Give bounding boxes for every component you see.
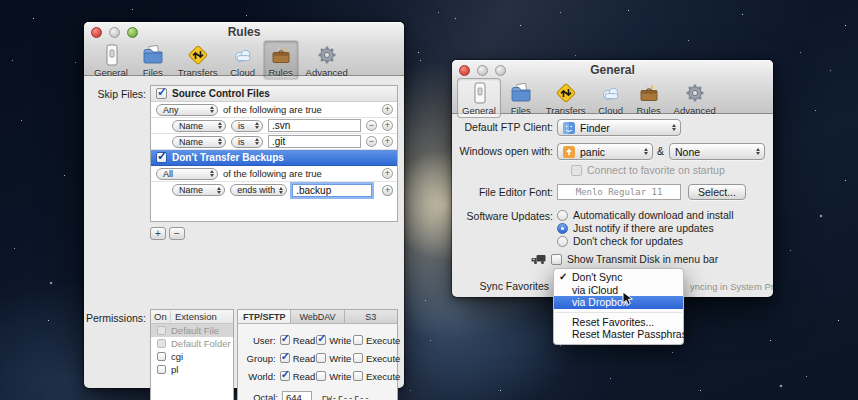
auto-download-radio[interactable] xyxy=(557,210,568,221)
radio-label: Just notify if there are updates xyxy=(573,222,714,234)
rule-checkbox[interactable] xyxy=(156,88,167,99)
panic-favorite-icon xyxy=(563,146,575,158)
popup-stepper-icon xyxy=(644,148,648,155)
dont-check-radio[interactable] xyxy=(557,236,568,247)
table-row[interactable]: Default File xyxy=(151,324,233,337)
on-checkbox[interactable] xyxy=(157,365,166,374)
transmit-disk-checkbox[interactable] xyxy=(551,254,562,265)
table-row[interactable]: cgi xyxy=(151,350,233,363)
toolbar-item-rules[interactable]: Rules xyxy=(263,40,299,80)
on-checkbox[interactable] xyxy=(157,326,166,335)
condition-row: Name is .git − + xyxy=(151,134,397,150)
toolbar-item-transfers[interactable]: Transfers xyxy=(541,78,591,118)
permissions-table-header: On Extension xyxy=(151,310,233,324)
add-condition-button[interactable]: + xyxy=(382,168,393,179)
user-read-checkbox[interactable] xyxy=(280,335,290,345)
condition-value-field-focused[interactable]: .backup xyxy=(292,184,372,197)
tab-s3[interactable]: S3 xyxy=(345,310,397,323)
operator-popup[interactable]: is xyxy=(231,136,263,148)
connect-favorite-checkbox[interactable] xyxy=(571,165,582,176)
user-write-checkbox[interactable] xyxy=(316,335,326,345)
table-row[interactable]: pl xyxy=(151,363,233,376)
column-on[interactable]: On xyxy=(151,311,171,322)
popup-stepper-icon xyxy=(218,138,222,145)
tab-ftp-sftp[interactable]: FTP/SFTP xyxy=(238,310,291,323)
world-execute-checkbox[interactable] xyxy=(353,371,363,381)
toolbar-item-general[interactable]: General xyxy=(89,40,133,80)
cloud-icon xyxy=(230,43,256,67)
add-condition-button[interactable]: + xyxy=(382,120,393,131)
menu-item-via-dropbox[interactable]: via Dropbox xyxy=(554,296,683,309)
permissions-table: On Extension Default File Default Folder… xyxy=(150,309,234,400)
rule-group-source-control[interactable]: Source Control Files xyxy=(151,86,397,102)
toolbar-item-advanced[interactable]: Advanced xyxy=(301,40,353,80)
operator-popup[interactable]: is xyxy=(231,120,263,132)
finder-icon xyxy=(563,122,575,134)
transmit-disk-label: Show Transmit Disk in menu bar xyxy=(567,253,718,265)
add-condition-button[interactable]: + xyxy=(382,136,393,147)
match-popup[interactable]: Any xyxy=(156,104,218,116)
tab-webdav[interactable]: WebDAV xyxy=(291,310,344,323)
toolbar-item-advanced[interactable]: Advanced xyxy=(669,78,721,118)
group-write-checkbox[interactable] xyxy=(316,353,326,363)
group-permissions-row: Group: Read Write Execute xyxy=(238,352,397,364)
operator-popup[interactable]: ends with xyxy=(230,184,287,196)
add-condition-button[interactable]: + xyxy=(382,185,393,196)
popup-stepper-icon xyxy=(279,187,283,194)
table-row[interactable]: Default Folder xyxy=(151,337,233,350)
rule-group-backups-selected[interactable]: Don't Transfer Backups xyxy=(151,150,397,166)
rules-titlebar[interactable]: Rules General Files Transfers Cloud Rule… xyxy=(84,22,404,76)
world-write-checkbox[interactable] xyxy=(316,371,326,381)
just-notify-radio[interactable] xyxy=(557,223,568,234)
menu-item-reset-master-passphrase[interactable]: Reset Master Passphrase... xyxy=(554,328,683,341)
ftp-client-popup[interactable]: Finder xyxy=(557,119,681,136)
toolbar-item-files[interactable]: Files xyxy=(503,78,539,118)
transfers-icon xyxy=(553,81,579,105)
octal-field[interactable]: 644 xyxy=(282,391,312,400)
rules-icon xyxy=(268,43,294,67)
windows-open-popup-2[interactable]: None xyxy=(669,143,765,160)
windows-open-popup-1[interactable]: panic xyxy=(557,143,653,160)
on-checkbox[interactable] xyxy=(157,352,166,361)
group-execute-checkbox[interactable] xyxy=(353,353,363,363)
condition-value-field[interactable]: .git xyxy=(268,135,361,148)
menu-item-reset-favorites[interactable]: Reset Favorites... xyxy=(554,316,683,329)
remove-condition-button[interactable]: − xyxy=(366,136,377,147)
toolbar-item-general[interactable]: General xyxy=(457,78,501,118)
rule-checkbox[interactable] xyxy=(156,152,167,163)
editor-font-field[interactable]: Menlo Regular 11 xyxy=(557,184,681,200)
field-popup[interactable]: Name xyxy=(172,184,225,196)
mouse-cursor xyxy=(622,291,635,307)
toolbar-item-cloud[interactable]: Cloud xyxy=(593,78,629,118)
remove-condition-button[interactable]: − xyxy=(366,120,377,131)
remove-rule-button[interactable]: − xyxy=(169,227,185,240)
skip-files-label: Skip Files: xyxy=(84,88,146,100)
update-option-row: Don't check for updates xyxy=(557,235,683,247)
toolbar-item-files[interactable]: Files xyxy=(135,40,171,80)
toolbar-item-rules[interactable]: Rules xyxy=(631,78,667,118)
condition-row: Name is .svn − + xyxy=(151,118,397,134)
world-read-checkbox[interactable] xyxy=(280,371,290,381)
select-font-button[interactable]: Select... xyxy=(688,184,746,200)
toolbar-item-cloud[interactable]: Cloud xyxy=(225,40,261,80)
field-popup[interactable]: Name xyxy=(172,120,226,132)
column-extension[interactable]: Extension xyxy=(171,311,217,322)
field-popup[interactable]: Name xyxy=(172,136,226,148)
menu-item-dont-sync[interactable]: ✓ Don't Sync xyxy=(554,271,683,284)
on-checkbox[interactable] xyxy=(157,339,166,348)
user-execute-checkbox[interactable] xyxy=(353,335,363,345)
group-read-checkbox[interactable] xyxy=(280,353,290,363)
general-icon xyxy=(98,43,124,67)
general-titlebar[interactable]: General General Files Transfers Cloud Ru… xyxy=(452,60,773,114)
transmit-disk-row: Show Transmit Disk in menu bar xyxy=(531,253,718,265)
condition-row: Name ends with .backup + xyxy=(151,182,397,198)
condition-value-field[interactable]: .svn xyxy=(268,119,361,132)
menu-item-via-icloud[interactable]: via iCloud xyxy=(554,284,683,297)
row-label: Group: xyxy=(238,353,276,364)
add-rule-button[interactable]: + xyxy=(150,227,166,240)
match-popup[interactable]: All xyxy=(156,168,218,180)
windows-open-label: Windows open with: xyxy=(452,145,553,157)
toolbar-item-transfers[interactable]: Transfers xyxy=(173,40,223,80)
write-label: Write xyxy=(329,353,351,364)
add-condition-button[interactable]: + xyxy=(382,104,393,115)
